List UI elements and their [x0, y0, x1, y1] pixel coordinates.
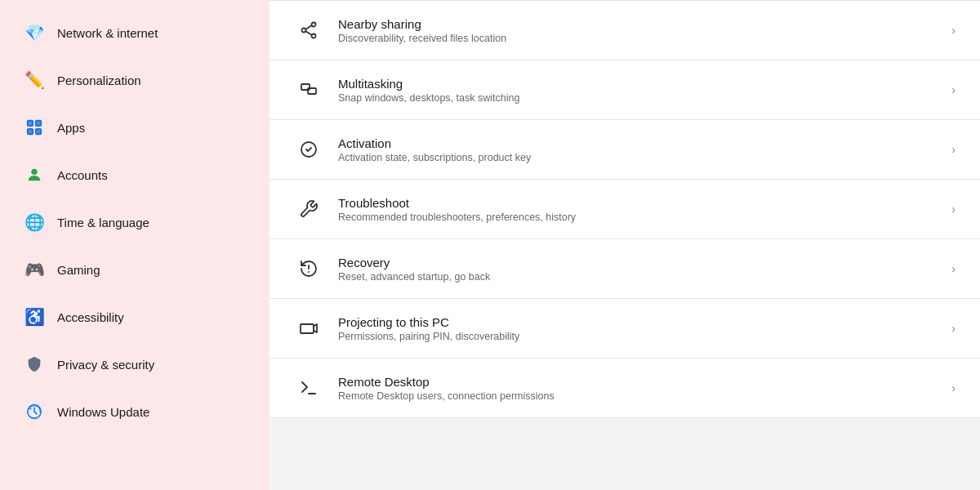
sidebar-item-time[interactable]: 🌐 Time & language: [7, 199, 263, 245]
multitasking-text: Multitasking Snap windows, desktops, tas…: [338, 77, 519, 104]
time-icon: 🌐: [23, 211, 46, 234]
multitasking-desc: Snap windows, desktops, task switching: [338, 92, 519, 104]
settings-item-activation[interactable]: Activation Activation state, subscriptio…: [270, 120, 980, 180]
gaming-icon: 🎮: [23, 258, 46, 281]
activation-title: Activation: [338, 136, 531, 150]
main-content: Nearby sharing Discoverability, received…: [270, 0, 980, 490]
remote-desktop-text: Remote Desktop Remote Desktop users, con…: [338, 375, 555, 402]
recovery-chevron: ›: [951, 262, 956, 275]
nearby-sharing-desc: Discoverability, received files location: [338, 33, 506, 44]
settings-item-nearby-sharing[interactable]: Nearby sharing Discoverability, received…: [270, 0, 980, 60]
projecting-desc: Permissions, pairing PIN, discoverabilit…: [338, 331, 519, 342]
troubleshoot-title: Troubleshoot: [338, 196, 576, 210]
sidebar-item-network[interactable]: 💎 Network & internet: [7, 10, 263, 56]
network-icon: 💎: [23, 21, 46, 44]
nearby-sharing-icon: [294, 16, 323, 45]
accessibility-icon: ♿: [23, 305, 46, 328]
remote-desktop-icon: [294, 373, 323, 403]
svg-rect-1: [36, 121, 41, 126]
activation-desc: Activation state, subscriptions, product…: [338, 152, 531, 163]
nearby-sharing-title: Nearby sharing: [338, 17, 506, 31]
recovery-desc: Reset, advanced startup, go back: [338, 271, 490, 283]
troubleshoot-desc: Recommended troubleshooters, preferences…: [338, 212, 576, 223]
sidebar-label-accounts: Accounts: [57, 168, 108, 182]
recovery-icon: [294, 254, 323, 283]
svg-line-9: [305, 25, 311, 29]
settings-item-troubleshoot[interactable]: Troubleshoot Recommended troubleshooters…: [270, 180, 980, 239]
projecting-icon: [294, 314, 323, 343]
sidebar-item-update[interactable]: Windows Update: [7, 389, 263, 434]
svg-line-10: [305, 31, 311, 34]
sidebar-label-time: Time & language: [57, 216, 149, 229]
activation-text: Activation Activation state, subscriptio…: [338, 136, 531, 163]
privacy-icon: [23, 353, 46, 376]
sidebar-item-gaming[interactable]: 🎮 Gaming: [7, 247, 263, 292]
svg-rect-3: [36, 129, 41, 134]
nearby-sharing-chevron: ›: [951, 24, 956, 37]
recovery-title: Recovery: [338, 256, 490, 270]
troubleshoot-chevron: ›: [951, 203, 956, 216]
remote-desktop-chevron: ›: [951, 381, 956, 394]
sidebar-item-accounts[interactable]: Accounts: [7, 152, 263, 198]
multitasking-icon: [294, 75, 323, 105]
settings-item-projecting[interactable]: Projecting to this PC Permissions, pairi…: [270, 299, 980, 359]
projecting-chevron: ›: [951, 322, 956, 335]
sidebar-item-personalization[interactable]: ✏️ Personalization: [7, 57, 263, 103]
sidebar-label-privacy: Privacy & security: [57, 358, 154, 372]
sidebar-item-accessibility[interactable]: ♿ Accessibility: [7, 294, 263, 340]
personalization-icon: ✏️: [23, 69, 46, 91]
sidebar: 💎 Network & internet ✏️ Personalization …: [0, 0, 270, 490]
projecting-text: Projecting to this PC Permissions, pairi…: [338, 315, 519, 342]
activation-chevron: ›: [951, 143, 956, 156]
svg-rect-16: [301, 324, 314, 333]
remote-desktop-title: Remote Desktop: [338, 375, 555, 389]
remote-desktop-desc: Remote Desktop users, connection permiss…: [338, 390, 555, 402]
troubleshoot-text: Troubleshoot Recommended troubleshooters…: [338, 196, 576, 223]
apps-icon: [23, 116, 46, 139]
recovery-text: Recovery Reset, advanced startup, go bac…: [338, 256, 490, 283]
settings-item-recovery[interactable]: Recovery Reset, advanced startup, go bac…: [270, 239, 980, 299]
projecting-title: Projecting to this PC: [338, 315, 519, 329]
troubleshoot-icon: [294, 194, 323, 224]
settings-item-remote-desktop[interactable]: Remote Desktop Remote Desktop users, con…: [270, 359, 980, 418]
update-icon: [23, 400, 46, 423]
sidebar-item-privacy[interactable]: Privacy & security: [7, 341, 263, 387]
svg-rect-2: [28, 129, 33, 134]
settings-item-multitasking[interactable]: Multitasking Snap windows, desktops, tas…: [270, 60, 980, 120]
svg-rect-0: [28, 121, 33, 126]
multitasking-chevron: ›: [951, 83, 956, 96]
sidebar-label-gaming: Gaming: [57, 263, 100, 277]
sidebar-item-apps[interactable]: Apps: [7, 105, 263, 150]
multitasking-title: Multitasking: [338, 77, 519, 91]
settings-list: Nearby sharing Discoverability, received…: [270, 0, 980, 418]
nearby-sharing-text: Nearby sharing Discoverability, received…: [338, 17, 506, 44]
sidebar-label-update: Windows Update: [57, 405, 149, 419]
sidebar-label-network: Network & internet: [57, 26, 158, 40]
sidebar-label-accessibility: Accessibility: [57, 310, 124, 324]
activation-icon: [294, 135, 323, 164]
svg-point-4: [31, 169, 37, 175]
sidebar-label-apps: Apps: [57, 121, 85, 135]
accounts-icon: [23, 163, 46, 186]
sidebar-label-personalization: Personalization: [57, 74, 141, 87]
